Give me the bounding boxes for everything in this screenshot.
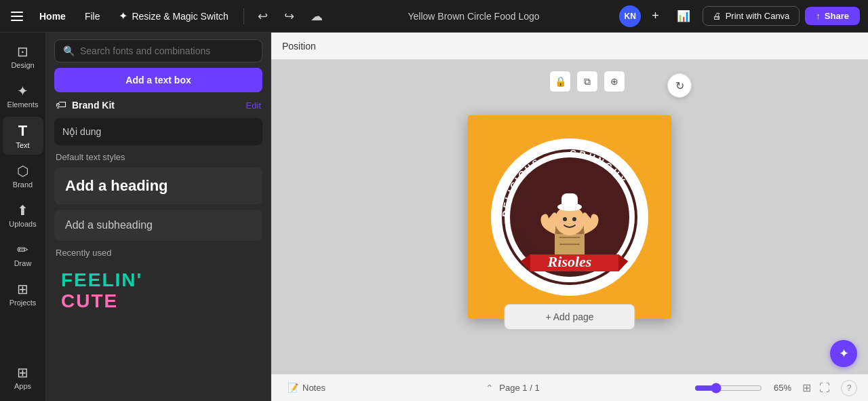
share-icon: ↑	[816, 11, 821, 21]
help-button[interactable]: ?	[841, 380, 857, 396]
topbar-right: KN + 📊 🖨 Print with Canva ↑ Share	[619, 5, 860, 27]
sidebar-item-apps[interactable]: ⊞ Apps	[3, 359, 43, 396]
page-indicator: Page 1 / 1	[499, 383, 539, 393]
brand-kit-card: Nội dung	[54, 118, 262, 145]
canvas-viewport: 🔒 ⧉ ⊕ ↻	[271, 60, 868, 374]
topbar-left: Home File ✦ Resize & Magic Switch ↩ ↪ ☁	[8, 5, 328, 28]
canvas-transform-controls: 🔒 ⧉ ⊕	[549, 71, 625, 92]
svg-rect-14	[561, 193, 578, 208]
topbar: Home File ✦ Resize & Magic Switch ↩ ↪ ☁ …	[0, 0, 868, 33]
resize-magic-switch-button[interactable]: ✦ Resize & Magic Switch	[112, 5, 235, 26]
search-input[interactable]	[80, 45, 254, 56]
subheading-text: Add a subheading	[65, 219, 153, 231]
zoom-controls: 65%	[694, 383, 791, 394]
bottom-bar: 📝 Notes ⌃ Page 1 / 1 65% ⊞ ⛶ ?	[271, 374, 868, 401]
logo-canvas[interactable]: DELICIOUS CRUNCHY HOMEMADE	[468, 115, 671, 319]
sidebar-label-brand: Brand	[13, 180, 33, 189]
hamburger-menu-icon[interactable]	[8, 7, 27, 26]
fullscreen-button[interactable]: ⛶	[816, 379, 833, 397]
projects-icon: ⊞	[17, 281, 28, 297]
apps-icon: ⊞	[17, 364, 28, 381]
position-bar: Position	[271, 33, 868, 60]
redo-button[interactable]: ↪	[279, 5, 300, 28]
sidebar-item-design[interactable]: ⊡ Design	[3, 38, 43, 75]
avatar[interactable]: KN	[619, 5, 641, 27]
icon-sidebar: ⊡ Design ✦ Elements T Text ⬡ Brand ⬆ Upl…	[0, 33, 46, 401]
canvas-area: Position 🔒 ⧉ ⊕ ↻	[271, 33, 868, 401]
print-with-canva-button[interactable]: 🖨 Print with Canva	[703, 6, 800, 26]
brand-kit-row: 🏷 Brand Kit Edit	[54, 99, 262, 111]
feelin-line2: CUTE	[61, 291, 256, 312]
default-styles-title: Default text styles	[54, 152, 262, 162]
undo-button[interactable]: ↩	[252, 5, 273, 28]
brand-kit-icon: 🏷	[56, 99, 66, 111]
lock-button[interactable]: 🔒	[549, 71, 571, 92]
zoom-label: 65%	[768, 383, 791, 393]
add-page-button[interactable]: + Add page	[504, 304, 635, 330]
zoom-slider[interactable]	[694, 383, 762, 394]
svg-point-18	[575, 221, 580, 226]
sidebar-label-text: Text	[16, 141, 29, 149]
save-status-button[interactable]: ☁	[305, 5, 328, 28]
add-textbox-button[interactable]: Add a text box	[54, 68, 262, 92]
document-title: Yellow Brown Circle Food Logo	[408, 11, 540, 22]
file-button[interactable]: File	[78, 7, 107, 26]
notes-icon: 📝	[288, 383, 298, 393]
grid-view-button[interactable]: ⊞	[800, 379, 814, 397]
sidebar-label-draw: Draw	[14, 259, 32, 267]
notes-button[interactable]: 📝 Notes	[282, 380, 331, 396]
brand-kit-edit-button[interactable]: Edit	[246, 100, 261, 111]
main-layout: ⊡ Design ✦ Elements T Text ⬡ Brand ⬆ Upl…	[0, 33, 868, 401]
svg-point-16	[572, 217, 576, 221]
draw-icon: ✏	[17, 242, 28, 258]
sidebar-item-brand[interactable]: ⬡ Brand	[3, 157, 43, 194]
magic-icon: ✦	[839, 346, 849, 361]
panel-scroll: 🏷 Brand Kit Edit Nội dung Default text s…	[46, 99, 271, 401]
more-options-button[interactable]: ⊕	[604, 71, 625, 92]
feelin-line1: FEELIN'	[61, 270, 256, 291]
sidebar-item-draw[interactable]: ✏ Draw	[3, 236, 43, 273]
text-icon: T	[18, 122, 27, 140]
search-icon: 🔍	[63, 45, 75, 56]
sidebar-item-elements[interactable]: ✦ Elements	[3, 77, 43, 114]
elements-icon: ✦	[17, 83, 28, 99]
bottom-center: ⌃ Page 1 / 1	[339, 383, 686, 394]
text-panel: 🔍 Add a text box 🏷 Brand Kit Edit Nội du…	[46, 33, 271, 401]
view-options: ⊞ ⛶	[800, 379, 833, 397]
sidebar-label-uploads: Uploads	[9, 220, 36, 228]
svg-point-15	[563, 217, 567, 221]
subheading-style-card[interactable]: Add a subheading	[54, 210, 262, 241]
add-collaborator-button[interactable]: +	[646, 6, 665, 26]
sidebar-label-design: Design	[11, 61, 34, 69]
analytics-button[interactable]: 📊	[670, 5, 697, 26]
uploads-icon: ⬆	[17, 202, 28, 218]
home-button[interactable]: Home	[33, 7, 73, 26]
svg-text:Risoles: Risoles	[547, 253, 592, 270]
brand-kit-content: Nội dung	[62, 126, 101, 137]
sidebar-label-apps: Apps	[14, 382, 31, 390]
feelin-cute-text: FEELIN' CUTE	[61, 270, 256, 312]
search-input-wrap: 🔍	[54, 39, 262, 62]
sidebar-item-projects[interactable]: ⊞ Projects	[3, 275, 43, 312]
share-button[interactable]: ↑ Share	[805, 7, 860, 25]
print-icon: 🖨	[713, 11, 722, 21]
show-pages-button[interactable]: ⌃	[486, 383, 494, 394]
sidebar-item-text[interactable]: T Text	[3, 117, 43, 155]
refresh-button[interactable]: ↻	[667, 73, 692, 98]
heading-style-card[interactable]: Add a heading	[54, 168, 262, 204]
copy-button[interactable]: ⧉	[576, 71, 598, 92]
feelin-cute-card[interactable]: FEELIN' CUTE	[54, 263, 262, 319]
resize-icon: ✦	[119, 9, 127, 22]
topbar-divider	[243, 8, 244, 24]
logo-svg: DELICIOUS CRUNCHY HOMEMADE	[481, 129, 658, 305]
recently-used-title: Recently used	[54, 248, 262, 258]
sidebar-label-projects: Projects	[9, 299, 37, 307]
brand-kit-label: Brand Kit	[72, 100, 115, 111]
sidebar-item-uploads[interactable]: ⬆ Uploads	[3, 197, 43, 233]
position-label: Position	[282, 41, 316, 52]
magic-assistant-button[interactable]: ✦	[830, 340, 857, 367]
brand-icon: ⬡	[17, 163, 28, 179]
sidebar-label-elements: Elements	[7, 100, 39, 109]
search-bar: 🔍	[46, 33, 271, 68]
brand-kit-left: 🏷 Brand Kit	[56, 99, 115, 111]
